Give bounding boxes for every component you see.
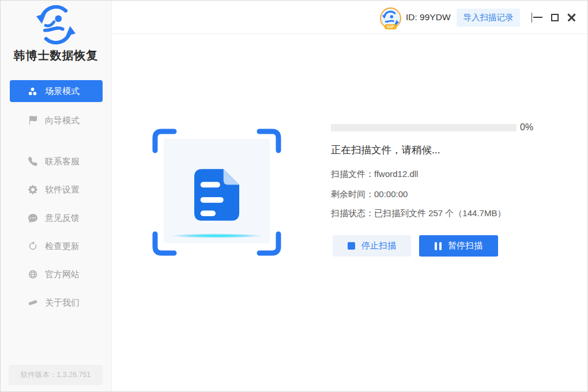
phone-icon [28,157,37,167]
vip-avatar[interactable]: VIP [380,7,401,29]
sidebar-item-scene-mode[interactable]: 场景模式 [10,80,103,102]
sidebar-item-official-website[interactable]: 官方网站 [10,263,103,285]
minimize-button[interactable] [530,1,545,34]
stop-scan-button[interactable]: 停止扫描 [333,235,411,257]
viewfinder-corners-icon [152,129,281,256]
pause-icon [435,242,442,250]
import-scan-records-button[interactable]: 导入扫描记录 [457,9,520,27]
feedback-icon [28,213,37,223]
stop-icon [348,242,355,250]
scene-mode-icon [28,86,37,96]
title-bar: VIP ID: 99YDW 导入扫描记录 [112,1,587,34]
sidebar-item-label: 软件设置 [45,184,80,195]
minimize-icon [533,17,542,18]
close-icon [567,13,576,22]
remaining-time-label: 剩余时间： [331,189,374,199]
sidebar-item-label: 关于我们 [45,297,80,308]
stop-scan-label: 停止扫描 [361,240,396,251]
scanning-file-line: 扫描文件：ffword12.dll [331,169,418,180]
wizard-mode-icon [28,116,37,126]
sidebar-item-label: 官方网站 [45,269,80,280]
scan-animation [152,129,281,256]
pause-scan-label: 暂停扫描 [448,240,483,251]
scan-state-label: 扫描状态： [331,208,374,218]
sidebar-item-settings[interactable]: 软件设置 [10,179,103,201]
user-id: ID: 99YDW [406,1,451,34]
sidebar-item-label: 场景模式 [45,86,80,97]
progress-percent: 0% [520,122,533,133]
app-logo-icon [33,5,78,47]
scanning-file-label: 扫描文件： [331,169,374,179]
vip-badge: VIP [384,24,397,29]
app-window: 韩博士数据恢复 场景模式 向导模式 [0,0,588,392]
sidebar-item-label: 向导模式 [45,115,80,126]
sidebar-item-feedback[interactable]: 意见反馈 [10,207,103,229]
scanning-file-value: ffword12.dll [374,169,418,179]
pause-scan-button[interactable]: 暂停扫描 [419,235,498,257]
sidebar-item-check-update[interactable]: 检查更新 [10,235,103,257]
gear-icon [28,185,37,195]
globe-icon [28,270,37,280]
check-update-icon [28,242,37,251]
remaining-time-line: 剩余时间：00:00:00 [331,189,408,200]
sidebar-item-contact-support[interactable]: 联系客服 [10,150,103,172]
maximize-button[interactable] [547,1,562,34]
sidebar-item-label: 检查更新 [45,241,80,252]
scan-progress-bar [331,124,517,131]
scan-state-line: 扫描状态：已扫描到文件 257 个（144.7MB） [331,208,506,219]
sidebar-item-label: 联系客服 [45,156,80,167]
remaining-time-value: 00:00:00 [374,189,408,199]
sidebar: 韩博士数据恢复 场景模式 向导模式 [1,1,112,391]
about-us-icon [28,298,37,308]
app-version: 软件版本：1.3.26.751 [9,365,103,385]
sidebar-item-wizard-mode[interactable]: 向导模式 [10,110,103,131]
sidebar-item-label: 意见反馈 [45,213,80,224]
maximize-icon [551,14,559,21]
scan-state-value: 已扫描到文件 257 个（144.7MB） [374,208,506,218]
sidebar-item-about-us[interactable]: 关于我们 [10,292,103,314]
app-title: 韩博士数据恢复 [1,48,111,63]
scan-status-title: 正在扫描文件，请稍候... [331,143,440,157]
close-button[interactable] [564,1,579,34]
